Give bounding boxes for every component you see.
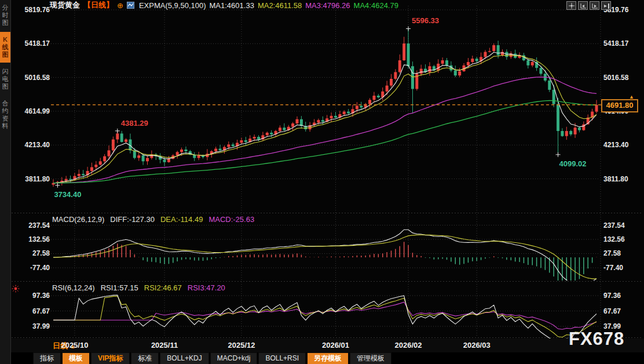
macd-dea-value: DEA:-114.49 — [160, 215, 203, 224]
y-axis-label: 4213.40 — [14, 140, 50, 150]
y-axis-label: 67.67 — [14, 307, 50, 316]
manage-template-button[interactable]: 管理模板 — [350, 352, 391, 364]
x-axis-label: 2025/11 — [144, 341, 185, 350]
x-axis-label: 2026/03 — [456, 341, 497, 350]
y-axis-label: 237.54 — [603, 221, 639, 230]
y-axis-label: 37.99 — [14, 322, 50, 331]
price-annotation: 5596.33 — [412, 16, 439, 25]
indicator-chip-icon — [127, 2, 134, 9]
ma4-value: MA4:4624.79 — [354, 1, 398, 10]
chart-header: 现货黄金【日线】 ⊕ EXPMA(5,9,50,100) MA1:4601.33… — [50, 1, 398, 10]
ma2-value: MA2:4611.58 — [258, 1, 302, 10]
chart-application: 分 时 图K 线 图闪 电 图合 约 资 料 现货黄金【日线】 ⊕ EXPMA(… — [0, 0, 644, 364]
rsi3-value: RSI3:47.20 — [188, 283, 225, 292]
compress-bars-icon[interactable] — [578, 1, 588, 10]
indicator-button[interactable]: 指标 — [33, 352, 61, 364]
y-axis-label: 3811.80 — [14, 174, 50, 184]
rsi-title: RSI(6,12,24) — [52, 283, 95, 292]
template-toolbar: 指标模板VIP指标标准BOLL+KDJMACD+kdjBOLL+RSI另存模板管… — [11, 352, 644, 364]
last-price-badge: 4691.80 — [601, 99, 638, 112]
chart-type-sidebar: 分 时 图K 线 图闪 电 图合 约 资 料 — [0, 0, 11, 364]
y-axis-label: 3811.80 — [603, 174, 639, 184]
x-axis-label: 2025/12 — [221, 341, 262, 350]
y-axis-label: 5016.58 — [603, 73, 639, 82]
standard-button[interactable]: 标准 — [131, 352, 159, 364]
y-axis-label: 5819.76 — [14, 5, 50, 14]
y-axis-label: 132.56 — [603, 235, 639, 244]
y-axis-label: 27.58 — [14, 249, 50, 258]
price-direction-arrow-icon: ▲ — [629, 94, 634, 100]
y-axis-label: 27.58 — [603, 249, 639, 258]
y-axis-label: 4614.99 — [14, 107, 50, 116]
price-annotation: 4381.29 — [121, 119, 148, 128]
indicator-label: EXPMA(5,9,50,100) — [139, 1, 206, 10]
macd-kdj-button[interactable]: MACD+kdj — [210, 352, 258, 364]
fx678-watermark: FX678 — [569, 329, 624, 350]
boll-rsi-button[interactable]: BOLL+RSI — [258, 352, 306, 364]
boll-kdj-button[interactable]: BOLL+KDJ — [160, 352, 208, 364]
y-axis-label: 237.54 — [14, 221, 50, 230]
save-template-button[interactable]: 另存模板 — [307, 352, 349, 364]
vip-indicator-button[interactable]: VIP指标 — [91, 352, 130, 364]
macd-value: MACD:-25.63 — [208, 215, 254, 224]
macd-header: MACD(26,12,9) DIFF:-127.30 DEA:-114.49 M… — [52, 215, 254, 224]
rsi1-value: RSI1:57.15 — [101, 283, 138, 292]
y-axis-label: 67.67 — [603, 307, 639, 316]
ma1-value: MA1:4601.33 — [210, 1, 254, 10]
period-tag: 【日线】 — [83, 0, 114, 10]
y-axis-label: 5418.17 — [603, 39, 639, 48]
y-axis-label: 5418.17 — [14, 39, 50, 48]
expand-icon[interactable]: ⊕ — [117, 1, 123, 10]
x-axis-label: 2025/10 — [54, 341, 96, 350]
price-annotation: 4099.02 — [559, 159, 587, 168]
y-axis-label: 4213.40 — [603, 140, 639, 150]
sidebar-tab-contract-info[interactable]: 合 约 资 料 — [0, 96, 10, 134]
y-axis-label: -77.40 — [603, 263, 639, 272]
y-axis-label: -77.40 — [14, 263, 50, 272]
x-axis-label: 2026/02 — [387, 341, 429, 350]
symbol-name: 现货黄金 — [50, 0, 80, 10]
ma3-value: MA3:4796.26 — [305, 1, 350, 10]
sidebar-tab-time-chart[interactable]: 分 时 图 — [0, 0, 10, 31]
crosshair-icon[interactable] — [566, 1, 576, 10]
time-axis: 日线 ▲ 2025/102025/112025/122026/012026/02… — [11, 338, 644, 352]
rsi2-value: RSI2:46.67 — [144, 283, 182, 292]
jump-latest-icon[interactable] — [601, 1, 611, 10]
template-button[interactable]: 模板 — [62, 352, 90, 364]
sidebar-tab-flash-chart[interactable]: 闪 电 图 — [0, 64, 10, 94]
macd-diff-value: DIFF:-127.30 — [110, 215, 155, 224]
sidebar-tab-kline-chart[interactable]: K 线 图 — [0, 32, 10, 63]
last-price-value: 4691.80 — [606, 101, 634, 110]
rsi-header: RSI(6,12,24) RSI1:57.15 RSI2:46.67 RSI3:… — [52, 283, 225, 292]
y-axis-label: 132.56 — [14, 235, 50, 244]
macd-title: MACD(26,12,9) — [52, 215, 104, 224]
x-axis-label: 2026/01 — [314, 341, 356, 350]
price-annotation: 3734.40 — [54, 190, 81, 199]
expand-bars-icon[interactable] — [590, 1, 599, 10]
y-axis-label: 5016.58 — [14, 73, 50, 82]
hot-indicator-icon — [12, 285, 20, 295]
y-axis-label: 97.36 — [603, 291, 639, 300]
chart-tools — [566, 1, 611, 10]
